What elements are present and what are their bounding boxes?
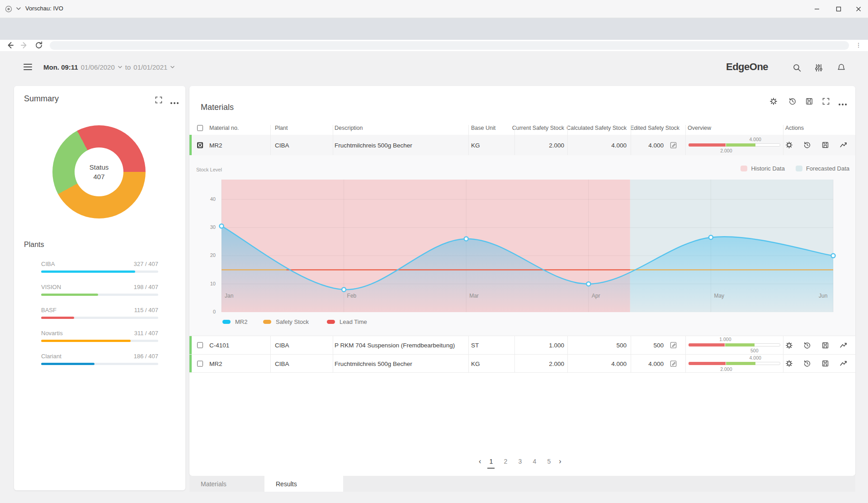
plant-count: 186 / 407 bbox=[134, 353, 158, 360]
pagination: ‹12345› bbox=[479, 456, 561, 467]
col-base-unit[interactable]: Base Unit bbox=[471, 125, 495, 131]
materials-expand-icon[interactable] bbox=[822, 97, 830, 105]
row-checkbox[interactable] bbox=[197, 342, 203, 348]
close-button[interactable] bbox=[851, 3, 866, 15]
materials-title: Materials bbox=[201, 103, 234, 112]
filter-sliders-icon[interactable] bbox=[814, 63, 824, 73]
browser-tabstrip: + bbox=[0, 18, 868, 40]
row-save-icon[interactable] bbox=[821, 141, 829, 149]
cell-edited: 4.000 bbox=[609, 142, 664, 148]
lead-time-swatch-icon bbox=[327, 320, 335, 324]
pagination-page[interactable]: 2 bbox=[501, 456, 510, 467]
plant-progress-fill bbox=[41, 363, 94, 365]
hamburger-menu-icon[interactable] bbox=[24, 64, 32, 70]
legend-mr2[interactable]: MR2 bbox=[222, 318, 263, 325]
search-icon[interactable] bbox=[792, 63, 802, 73]
table-row[interactable]: MR2 CIBA Fruchtmilchreis 500g Becher KG … bbox=[189, 354, 855, 373]
row-settings-icon[interactable] bbox=[785, 141, 793, 149]
legend-safety-stock[interactable]: Safety Stock bbox=[263, 318, 327, 325]
edit-icon[interactable] bbox=[670, 342, 677, 349]
plant-progress-fill bbox=[41, 270, 135, 273]
cell-plant: CIBA bbox=[275, 360, 289, 367]
x-axis-tick: Feb bbox=[347, 293, 357, 300]
materials-settings-icon[interactable] bbox=[769, 97, 778, 105]
edit-icon[interactable] bbox=[670, 141, 677, 149]
row-checkbox[interactable] bbox=[197, 142, 203, 148]
col-description[interactable]: Description bbox=[335, 125, 363, 131]
minimize-button[interactable] bbox=[809, 3, 825, 15]
window-title: Vorschau: IVO bbox=[25, 5, 63, 12]
row-settings-icon[interactable] bbox=[785, 342, 793, 349]
pagination-page[interactable]: 1 bbox=[486, 456, 495, 467]
pagination-page[interactable]: 3 bbox=[515, 456, 524, 467]
y-axis-tick: 20 bbox=[189, 252, 216, 259]
date-to-chevron-icon[interactable] bbox=[170, 65, 175, 70]
row-save-icon[interactable] bbox=[821, 360, 829, 367]
safety-stock-swatch-icon bbox=[263, 320, 271, 324]
summary-title: Summary bbox=[24, 94, 59, 104]
row-trend-icon[interactable] bbox=[840, 360, 847, 367]
row-history-icon[interactable] bbox=[803, 141, 811, 149]
cell-plant: CIBA bbox=[275, 142, 289, 148]
col-actions[interactable]: Actions bbox=[785, 125, 804, 131]
x-axis-tick: Apr bbox=[592, 293, 600, 300]
materials-more-icon[interactable] bbox=[839, 100, 847, 109]
address-bar[interactable] bbox=[50, 41, 849, 50]
edit-icon[interactable] bbox=[670, 360, 677, 367]
materials-history-icon[interactable] bbox=[788, 97, 797, 105]
col-edited-safety-stock[interactable]: Edited Safety Stock bbox=[630, 125, 679, 131]
col-overview[interactable]: Overview bbox=[688, 125, 711, 131]
pagination-page[interactable]: 4 bbox=[530, 456, 539, 467]
tab-materials[interactable]: Materials bbox=[201, 476, 264, 492]
date-from-chevron-icon[interactable] bbox=[118, 65, 123, 70]
plant-progress-item: Clariant 186 / 407 bbox=[41, 349, 158, 372]
app: Mon. 09:11 01/06/2020 to 01/01/2021 Edge… bbox=[0, 51, 868, 503]
overview-bar: 4.000 2.000 bbox=[689, 362, 780, 365]
legend-historic: Historic Data bbox=[741, 165, 784, 172]
summary-more-icon[interactable] bbox=[170, 99, 179, 107]
pagination-page[interactable]: 5 bbox=[544, 456, 553, 467]
row-trend-icon[interactable] bbox=[840, 141, 847, 149]
row-trend-icon[interactable] bbox=[840, 342, 847, 349]
table-row[interactable]: C-4101 CIBA P RKM 704 Suspension (Fremdb… bbox=[189, 336, 855, 354]
table-row[interactable]: MR2 CIBA Fruchtmilchreis 500g Becher KG … bbox=[189, 135, 855, 155]
plant-progress-track bbox=[41, 294, 158, 296]
plant-progress-track bbox=[41, 317, 158, 319]
plant-progress-track bbox=[41, 340, 158, 342]
cell-material: C-4101 bbox=[209, 342, 229, 349]
pagination-next-icon[interactable]: › bbox=[559, 457, 561, 465]
x-axis-tick: May bbox=[714, 293, 724, 300]
materials-save-icon[interactable] bbox=[805, 97, 813, 105]
back-icon[interactable] bbox=[5, 41, 14, 50]
window-titlebar: Vorschau: IVO bbox=[0, 0, 868, 18]
plant-progress-fill bbox=[41, 317, 74, 319]
forward-icon[interactable] bbox=[20, 41, 29, 50]
browser-menu-icon[interactable]: ⋮⋮ bbox=[854, 41, 863, 50]
row-checkbox[interactable] bbox=[197, 361, 203, 366]
col-calculated-safety-stock[interactable]: Calculated Safety Stock bbox=[565, 125, 627, 131]
date-to[interactable]: 01/01/2021 bbox=[133, 63, 167, 71]
date-range: Mon. 09:11 01/06/2020 to 01/01/2021 bbox=[43, 63, 175, 71]
row-history-icon[interactable] bbox=[803, 342, 811, 349]
col-current-safety-stock[interactable]: Current Safety Stock bbox=[508, 125, 564, 131]
cell-material: MR2 bbox=[209, 142, 222, 148]
maximize-button[interactable] bbox=[831, 3, 846, 15]
col-material[interactable]: Material no. bbox=[209, 125, 239, 131]
select-all-checkbox[interactable] bbox=[197, 125, 203, 131]
titlebar-chevron-icon[interactable] bbox=[15, 5, 22, 12]
reload-icon[interactable] bbox=[34, 41, 43, 50]
legend-lead-time[interactable]: Lead Time bbox=[327, 318, 367, 325]
row-settings-icon[interactable] bbox=[785, 360, 793, 367]
col-plant[interactable]: Plant bbox=[275, 125, 288, 131]
notifications-bell-icon[interactable] bbox=[836, 63, 846, 73]
summary-card: Summary Status 407 Plants CIBA 327 / 407… bbox=[14, 86, 185, 490]
tab-results[interactable]: Results bbox=[264, 476, 343, 492]
pagination-prev-icon[interactable]: ‹ bbox=[479, 457, 481, 465]
row-save-icon[interactable] bbox=[821, 342, 829, 349]
row-history-icon[interactable] bbox=[803, 360, 811, 367]
bottom-tabs: Materials Results bbox=[189, 476, 855, 492]
summary-expand-icon[interactable] bbox=[155, 96, 163, 104]
plant-name: Clariant bbox=[41, 353, 61, 360]
date-from[interactable]: 01/06/2020 bbox=[81, 63, 115, 71]
cell-base-unit: ST bbox=[471, 342, 479, 349]
